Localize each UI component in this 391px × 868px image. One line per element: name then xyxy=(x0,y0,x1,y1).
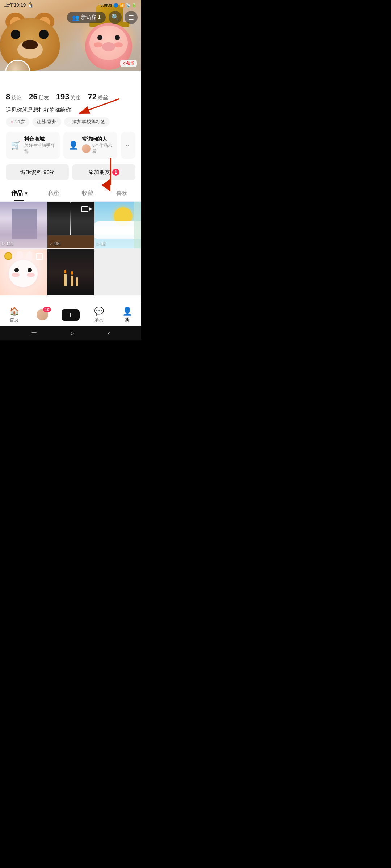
xiaohongshu-text: 小红书 xyxy=(123,61,134,65)
play-num-3: 62 xyxy=(101,241,105,246)
grid-item-5[interactable] xyxy=(47,249,94,296)
tabs-row: 作品 ▾ 私密 收藏 喜欢 xyxy=(0,185,141,202)
stat-friends-num: 26 xyxy=(29,92,37,102)
gallery-overlay-4 xyxy=(35,252,44,261)
grid-item-2[interactable]: ▷ 496 xyxy=(47,202,94,248)
status-bar: 上午10:19 🐧 5.0K/s 🔵 📶 📡 🔋 xyxy=(0,0,141,10)
pig-eye-right xyxy=(115,35,120,40)
mall-subtitle: 美好生活触手可得 xyxy=(24,142,55,155)
gold-coin xyxy=(4,252,12,260)
edit-profile-button[interactable]: 编辑资料 90% xyxy=(6,164,69,180)
profile-section: 8 获赞 26 朋友 193 关注 72 粉丝 遇见你就是想把好的都给你 ♀ 2… xyxy=(0,71,141,185)
candle-3 xyxy=(76,277,78,286)
flame-1 xyxy=(64,270,66,273)
tab-collection-label: 收藏 xyxy=(82,190,93,196)
home-icon: 🏠 xyxy=(9,307,19,316)
nav-me[interactable]: 👤 我 xyxy=(116,307,138,323)
play-icon-1: ▷ xyxy=(2,241,5,246)
bunny-eye-right xyxy=(28,268,32,272)
tab-private-label: 私密 xyxy=(48,190,59,196)
add-button[interactable]: + xyxy=(62,309,80,321)
tab-works[interactable]: 作品 ▾ xyxy=(2,185,37,201)
arrow-spacer xyxy=(0,295,141,303)
tab-private[interactable]: 私密 xyxy=(37,185,71,201)
tag-age[interactable]: ♀ 21岁 xyxy=(6,117,29,127)
nav-avatar[interactable]: 10 xyxy=(31,309,53,321)
visitors-subtitle: 8个作品未看 xyxy=(92,142,112,155)
grid-item-4[interactable] xyxy=(0,249,47,296)
tag-location-text: 江苏·常州 xyxy=(37,119,57,125)
tab-collection[interactable]: 收藏 xyxy=(71,185,105,201)
nav-add[interactable]: + xyxy=(60,309,81,321)
gender-icon: ♀ xyxy=(10,119,14,125)
mall-title: 抖音商城 xyxy=(24,136,55,142)
nav-home[interactable]: 🏠 首页 xyxy=(3,307,25,323)
bunny-face xyxy=(9,260,38,287)
status-right: 5.0K/s 🔵 📶 📡 🔋 xyxy=(101,3,137,8)
bluetooth-icon: 🔵 xyxy=(113,3,118,8)
content-grid: ▷ 111 xyxy=(0,202,141,295)
stat-likes-num: 8 xyxy=(6,92,10,102)
play-icon-3: ▷ xyxy=(97,241,100,246)
video-overlay-2 xyxy=(82,205,91,213)
dark-bg xyxy=(47,249,94,296)
network-speed: 5.0K/s xyxy=(101,3,112,7)
person-icon: 👤 xyxy=(68,141,78,150)
status-left: 上午10:19 🐧 xyxy=(4,2,34,8)
play-num-1: 111 xyxy=(6,241,13,246)
douyin-mall-card[interactable]: 🛒 抖音商城 美好生活触手可得 xyxy=(6,132,60,159)
visitor-avatar xyxy=(82,144,91,153)
status-time: 上午10:19 xyxy=(4,2,26,8)
qq-icon: 🐧 xyxy=(27,2,34,8)
page-wrapper: 上午10:19 🐧 5.0K/s 🔵 📶 📡 🔋 xyxy=(0,0,141,340)
tags-row: ♀ 21岁 江苏·常州 + 添加学校等标签 xyxy=(6,117,135,127)
nav-me-label: 我 xyxy=(125,317,129,323)
grid-item-3[interactable]: ▷ 62 xyxy=(94,202,141,248)
tag-add-school[interactable]: + 添加学校等标签 xyxy=(64,117,110,127)
nav-home-label: 首页 xyxy=(10,317,18,323)
bunny-cheek-right xyxy=(27,273,35,277)
bear-eye-left xyxy=(11,30,20,39)
video-icon-shape xyxy=(81,206,92,212)
firework-stem xyxy=(70,210,71,235)
down-arrow-annotation xyxy=(101,158,119,191)
pig-face xyxy=(89,26,128,60)
search-button[interactable]: 🔍 xyxy=(109,11,122,24)
add-icon: + xyxy=(68,310,73,320)
candle-2 xyxy=(71,276,73,286)
play-count-2: ▷ 496 xyxy=(50,241,61,246)
battery-icon: 🔋 xyxy=(132,3,137,8)
signal-icon: 📶 xyxy=(119,3,125,8)
tab-works-label: 作品 xyxy=(11,190,23,196)
more-card[interactable]: ··· xyxy=(121,132,135,159)
bear-eye-right xyxy=(39,30,49,39)
menu-button[interactable]: ☰ xyxy=(125,11,138,24)
stat-friends-label: 朋友 xyxy=(39,95,49,101)
play-icon-2: ▷ xyxy=(50,241,52,246)
wifi-icon: 📡 xyxy=(126,3,131,8)
nav-badge: 10 xyxy=(43,307,51,312)
bear-decoration xyxy=(0,4,72,71)
candle-1 xyxy=(64,274,67,286)
cover-area: 👥 新访客 1 🔍 ☰ 小红书 xyxy=(0,0,141,71)
sys-nav-menu[interactable]: ☰ xyxy=(31,329,37,337)
play-count-1: ▷ 111 xyxy=(2,241,13,246)
sys-nav-back[interactable]: ‹ xyxy=(108,329,110,337)
sys-nav-home[interactable]: ○ xyxy=(71,329,75,337)
nav-messages-label: 消息 xyxy=(94,317,103,323)
horizontal-arrow-annotation xyxy=(58,95,123,117)
nav-messages[interactable]: 💬 消息 xyxy=(88,307,110,323)
stat-friends[interactable]: 26 朋友 xyxy=(29,92,49,102)
stat-likes[interactable]: 8 获赞 xyxy=(6,92,21,102)
bunny-cheek-left xyxy=(12,273,20,277)
system-nav: ☰ ○ ‹ xyxy=(0,326,141,340)
new-visitor-button[interactable]: 👥 新访客 1 xyxy=(67,12,106,23)
mall-card-text: 抖音商城 美好生活触手可得 xyxy=(24,136,55,155)
bottom-nav: 🏠 首页 10 + 💬 消息 👤 我 xyxy=(0,303,141,326)
stat-likes-label: 获赞 xyxy=(11,95,21,101)
menu-icon: ☰ xyxy=(128,13,134,21)
grid-item-1[interactable]: ▷ 111 xyxy=(0,202,47,248)
cover-top-nav: 👥 新访客 1 🔍 ☰ xyxy=(67,11,138,24)
frequent-visitors-card[interactable]: 👤 常访问的人 8个作品未看 xyxy=(63,132,117,159)
tag-location[interactable]: 江苏·常州 xyxy=(32,117,61,127)
